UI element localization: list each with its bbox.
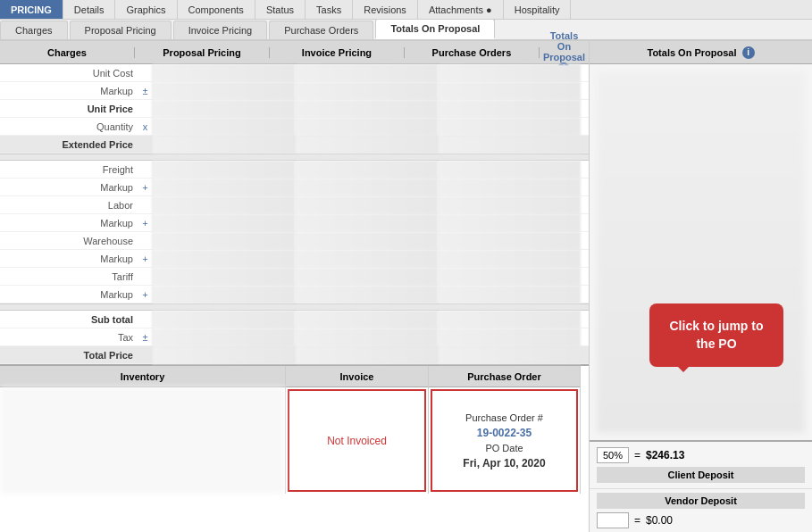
po-content: Purchase Order # 19-0022-35 PO Date Fri,…: [431, 389, 578, 492]
table-row: Markup +: [0, 250, 589, 268]
vendor-deposit-amount: $0.00: [646, 514, 673, 527]
table-row: Freight: [0, 161, 589, 179]
charge-cell: [438, 214, 581, 232]
charge-cells: [152, 100, 589, 118]
client-deposit-section: = $246.13 Client Deposit: [590, 442, 812, 489]
tab-tasks[interactable]: Tasks: [306, 0, 353, 19]
charge-label-subtotal: Sub total: [0, 314, 138, 325]
table-row: Markup +: [0, 179, 589, 196]
charge-cell: [295, 179, 438, 196]
charge-label-unit-price: Unit Price: [0, 104, 138, 114]
charge-label-extended-price: Extended Price: [0, 139, 138, 150]
charge-cells: [152, 346, 589, 364]
table-row: Warehouse: [0, 232, 589, 250]
tab-hospitality[interactable]: Hospitality: [504, 0, 572, 19]
charge-cell: [438, 311, 581, 328]
subtab-purchase-orders[interactable]: Purchase Orders: [269, 21, 373, 39]
invoice-header: Invoice: [286, 366, 428, 387]
po-number-link[interactable]: 19-0022-35: [477, 427, 532, 439]
charge-section-unit: Unit Cost Markup ±: [0, 64, 589, 154]
tab-revisions[interactable]: Revisions: [353, 0, 418, 19]
charge-cell: [438, 346, 581, 364]
charge-cell: [295, 100, 438, 118]
charge-cell: [295, 118, 438, 136]
subtab-proposal-pricing[interactable]: Proposal Pricing: [70, 21, 172, 39]
subtab-totals-on-proposal[interactable]: Totals On Proposal: [375, 19, 495, 39]
vendor-deposit-equals: =: [634, 514, 640, 527]
charge-cell: [438, 286, 581, 303]
tab-components[interactable]: Components: [178, 0, 255, 19]
table-row: Unit Price: [0, 100, 589, 118]
charge-section-tariff: Tariff Markup +: [0, 268, 589, 303]
client-deposit-row: = $246.13: [597, 447, 805, 463]
tab-details[interactable]: Details: [63, 0, 116, 19]
inventory-content: [0, 387, 285, 494]
charge-cell: [438, 328, 581, 346]
table-header: Charges Proposal Pricing Invoice Pricing…: [0, 41, 589, 64]
charge-cells: [152, 82, 589, 100]
charge-cell: [295, 232, 438, 250]
charge-cells: [152, 64, 589, 82]
po-jump-callout[interactable]: Click to jump to the PO: [649, 303, 783, 367]
tab-attachments[interactable]: Attachments ●: [418, 0, 504, 19]
client-deposit-label: Client Deposit: [597, 467, 805, 483]
tab-status[interactable]: Status: [255, 0, 306, 19]
charge-cells: [152, 214, 589, 232]
charge-symbol-markup-freight[interactable]: +: [138, 182, 152, 193]
charge-cell: [438, 268, 581, 286]
table-row: Markup +: [0, 214, 589, 232]
charge-cells: [152, 328, 589, 346]
invoice-section: Invoice Not Invoiced: [286, 366, 429, 494]
right-panel-info-icon[interactable]: i: [742, 46, 755, 59]
charge-cell: [438, 196, 581, 214]
charge-section-freight: Freight Markup +: [0, 161, 589, 196]
charge-cells: [152, 136, 589, 154]
charge-section-totals: Sub total Tax ±: [0, 311, 589, 364]
table-row: Unit Cost: [0, 64, 589, 82]
charge-cell: [152, 118, 295, 136]
charge-cell: [152, 250, 295, 268]
charge-symbol-markup-tariff[interactable]: +: [138, 289, 152, 300]
charge-cell: [152, 268, 295, 286]
client-deposit-pct-input[interactable]: [597, 447, 629, 463]
tab-pricing[interactable]: PRICING: [0, 0, 63, 19]
inventory-section: Inventory: [0, 366, 286, 494]
charge-cells: [152, 250, 589, 268]
charge-cell: [152, 232, 295, 250]
right-bottom-deposits: = $246.13 Client Deposit Vendor Deposit …: [590, 440, 812, 532]
charge-cell: [152, 136, 295, 154]
charge-symbol-markup-labor[interactable]: +: [138, 218, 152, 229]
charge-cell: [152, 286, 295, 303]
table-row: Sub total: [0, 311, 589, 328]
charge-label-tariff: Tariff: [0, 271, 138, 282]
charge-cell: [295, 214, 438, 232]
charge-symbol-quantity[interactable]: x: [138, 121, 152, 132]
charge-cell: [295, 136, 438, 154]
subtab-charges[interactable]: Charges: [0, 21, 68, 39]
charge-cells: [152, 118, 589, 136]
charge-cell: [152, 82, 295, 100]
charge-label-total-price: Total Price: [0, 350, 138, 361]
table-row: Total Price: [0, 346, 589, 364]
subtab-invoice-pricing[interactable]: Invoice Pricing: [173, 21, 268, 39]
po-date-value: Fri, Apr 10, 2020: [463, 457, 545, 470]
charge-symbol-markup-warehouse[interactable]: +: [138, 254, 152, 264]
charge-cell: [152, 346, 295, 364]
charge-label-markup1: Markup: [0, 86, 138, 96]
charge-label-tax: Tax: [0, 332, 138, 343]
charge-label-unit-cost: Unit Cost: [0, 68, 138, 79]
table-row: Quantity x: [0, 118, 589, 136]
tab-graphics[interactable]: Graphics: [115, 0, 177, 19]
charge-symbol-tax[interactable]: ±: [138, 332, 152, 343]
vendor-deposit-input[interactable]: [597, 512, 629, 528]
charge-cell: [438, 232, 581, 250]
charge-cell: [295, 346, 438, 364]
charge-cell: [295, 64, 438, 82]
table-row: Labor: [0, 196, 589, 214]
right-panel: Totals On Proposal i = $246.13 Client De…: [590, 41, 812, 532]
charge-label-markup-warehouse: Markup: [0, 254, 138, 264]
charge-cell: [438, 250, 581, 268]
table-row: Tax ±: [0, 328, 589, 346]
charge-symbol-markup1[interactable]: ±: [138, 86, 152, 96]
charge-label-markup-labor: Markup: [0, 218, 138, 229]
